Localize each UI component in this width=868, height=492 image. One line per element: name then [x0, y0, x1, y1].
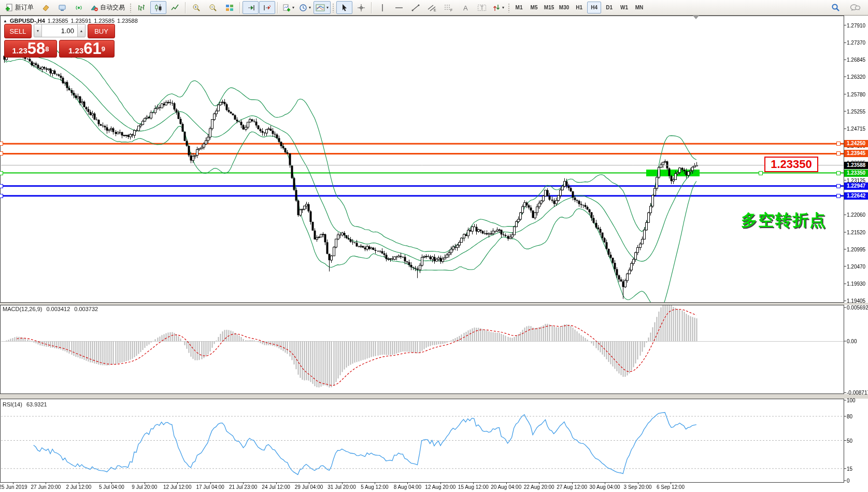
auto-scroll-button[interactable]	[243, 1, 259, 14]
indicators-dropdown-button[interactable]: ▾	[280, 1, 296, 14]
search-icon	[831, 3, 840, 12]
sell-price-pip: 8	[45, 41, 49, 57]
crosshair-tool-button[interactable]	[353, 1, 369, 14]
ohlc-high: 1.23591	[71, 18, 92, 24]
volume-input[interactable]	[42, 24, 77, 37]
search-button[interactable]	[828, 1, 844, 14]
clock-icon	[299, 4, 307, 12]
periods-dropdown-button[interactable]: ▾	[297, 1, 313, 14]
volume-decrease-button[interactable]: ▼	[34, 24, 42, 37]
tf-button-W1[interactable]: W1	[617, 2, 631, 13]
new-order-button[interactable]: 新订单	[2, 1, 37, 14]
one-click-trading-panel: SELL ▼ ▲ BUY 1.23588 1.23619	[4, 24, 115, 58]
chevron-down-icon: ▾	[502, 6, 504, 10]
macd-signal-value: 0.003732	[74, 306, 98, 312]
toolbar-separator	[239, 2, 240, 13]
bar-chart-type-button[interactable]	[134, 1, 150, 14]
chat-icon	[850, 4, 860, 12]
timeframe-toolbar: M1M5M15M30H1H4D1W1MN	[512, 2, 646, 13]
signal-icon	[75, 4, 83, 12]
buy-button[interactable]: BUY	[88, 24, 115, 38]
svg-text:A: A	[463, 4, 468, 12]
candlestick-chart-type-button[interactable]	[150, 1, 166, 14]
terminal-button[interactable]	[54, 1, 70, 14]
buy-price-button[interactable]: 1.23619	[59, 40, 115, 58]
crosshair-icon	[357, 4, 365, 12]
horizontal-line-icon	[395, 4, 403, 12]
svg-text:F: F	[450, 8, 452, 12]
auto-trading-button[interactable]: 自动交易	[87, 1, 128, 14]
tf-button-M30[interactable]: M30	[557, 2, 571, 13]
chinese-annotation-text[interactable]: 多空转折点	[741, 209, 827, 231]
auto-scroll-icon	[247, 4, 255, 12]
macd-indicator-label: MACD(12,26,9) 0.003412 0.003732	[3, 306, 98, 312]
template-icon	[316, 4, 325, 12]
chart-scroll-marker-icon	[693, 16, 699, 19]
line-chart-icon	[171, 4, 179, 12]
new-order-label: 新订单	[15, 3, 34, 12]
collapse-triangle-icon[interactable]: ▲	[3, 19, 7, 23]
zoom-out-button[interactable]	[205, 1, 221, 14]
price-chart-canvas[interactable]	[0, 0, 868, 492]
tf-button-MN[interactable]: MN	[632, 2, 646, 13]
bar-chart-icon	[138, 4, 146, 12]
sell-button[interactable]: SELL	[4, 24, 32, 38]
tf-button-H1[interactable]: H1	[572, 2, 586, 13]
toolbar-grip[interactable]	[130, 3, 132, 12]
eraser-icon	[41, 4, 50, 12]
main-toolbar: 新订单 自动交易 ▾ ▾	[0, 0, 868, 16]
cursor-icon	[340, 4, 349, 12]
tf-button-H4[interactable]: H4	[587, 2, 601, 13]
svg-text:T: T	[480, 5, 483, 11]
horizontal-line-tool-button[interactable]	[391, 1, 407, 14]
price-level-label-box[interactable]: 1.23350	[764, 157, 818, 172]
toolbar-grip[interactable]	[508, 3, 510, 12]
rsi-value: 63.9321	[26, 401, 47, 407]
chat-button[interactable]	[847, 1, 863, 14]
toolbar-right-group	[828, 1, 866, 14]
buy-price-prefix: 1.23	[68, 45, 83, 57]
signal-button[interactable]	[70, 1, 87, 14]
zoom-in-button[interactable]	[188, 1, 204, 14]
zoom-out-icon	[209, 4, 217, 12]
ohlc-open: 1.23585	[48, 18, 68, 24]
macd-main-value: 0.003412	[46, 306, 70, 312]
templates-dropdown-button[interactable]: ▾	[314, 1, 331, 14]
sell-price-prefix: 1.23	[12, 45, 27, 57]
text-tool-button[interactable]: A	[457, 1, 473, 14]
chart-ohlc-header: ▲ GBPUSD-,H4 1.23585 1.23591 1.23585 1.2…	[3, 18, 138, 24]
fibonacci-icon: F	[444, 4, 453, 12]
tf-button-M1[interactable]: M1	[512, 2, 526, 13]
ohlc-low: 1.23585	[94, 18, 115, 24]
chevron-down-icon: ▾	[326, 6, 329, 10]
toolbar-separator	[277, 2, 278, 13]
rsi-indicator-label: RSI(14) 63.9321	[3, 401, 47, 407]
volume-stepper: ▼ ▲	[34, 24, 86, 37]
cursor-tool-button[interactable]	[336, 1, 352, 14]
volume-increase-button[interactable]: ▲	[77, 24, 85, 37]
rsi-name: RSI(14)	[3, 401, 22, 407]
text-label-icon: T	[477, 4, 487, 12]
auto-trading-label: 自动交易	[100, 3, 125, 12]
tf-button-M15[interactable]: M15	[542, 2, 556, 13]
sell-price-button[interactable]: 1.23588	[4, 40, 57, 58]
vertical-line-icon	[378, 4, 387, 12]
symbol-period-label: GBPUSD-,H4	[10, 18, 45, 24]
trendline-tool-button[interactable]	[407, 1, 423, 14]
arrows-dropdown-button[interactable]: ▾	[490, 1, 506, 14]
toolbar-grip[interactable]	[332, 3, 335, 12]
tf-button-M5[interactable]: M5	[527, 2, 541, 13]
tf-button-D1[interactable]: D1	[602, 2, 616, 13]
tile-windows-button[interactable]	[221, 1, 237, 14]
text-label-tool-button[interactable]: T	[474, 1, 490, 14]
ohlc-close: 1.23588	[117, 18, 138, 24]
line-chart-type-button[interactable]	[167, 1, 183, 14]
fibonacci-tool-button[interactable]: F	[440, 1, 457, 14]
buy-price-pip: 9	[102, 41, 105, 57]
chart-shift-button[interactable]	[259, 1, 275, 14]
eraser-button[interactable]	[37, 1, 53, 14]
vertical-line-tool-button[interactable]	[374, 1, 390, 14]
macd-name: MACD(12,26,9)	[3, 306, 42, 312]
equidistant-channel-tool-button[interactable]: E	[424, 1, 440, 14]
new-order-icon	[5, 4, 13, 12]
